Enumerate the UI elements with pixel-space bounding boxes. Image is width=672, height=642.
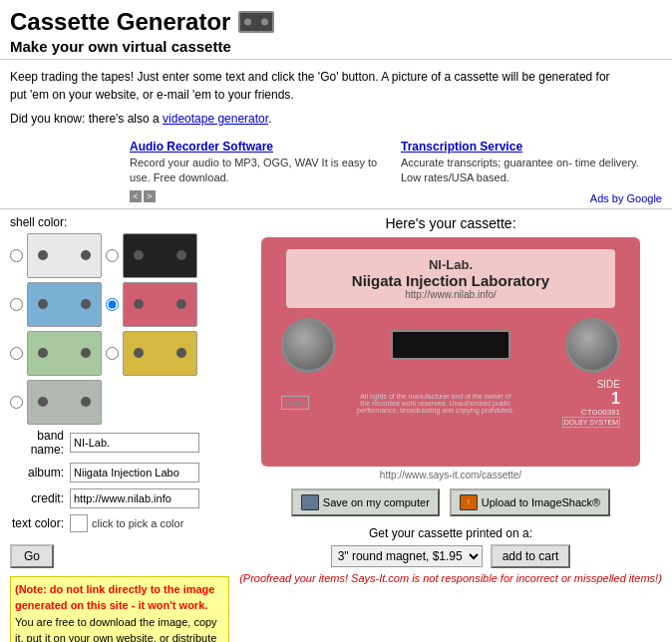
cassette-url: http://www.nilab.info/ — [298, 289, 603, 300]
floppy-icon — [301, 494, 319, 510]
radio-gray[interactable] — [10, 396, 23, 409]
cassette-title-text: Cassette Generator — [10, 8, 230, 36]
main-content: shell color: — [0, 209, 672, 642]
radio-yellow[interactable] — [106, 347, 119, 360]
cassette-says: says — [281, 396, 309, 410]
color-row-1 — [10, 233, 229, 278]
cassette-catalog: CTG00391 — [562, 408, 620, 417]
print-title: Get your cassette printed on a: — [239, 526, 662, 540]
go-button[interactable]: Go — [10, 544, 54, 568]
cassette-thumb-gray[interactable] — [27, 380, 102, 425]
credit-label: credit: — [10, 491, 70, 505]
band-label: band name: — [10, 429, 70, 457]
credit-row: credit: — [10, 488, 229, 508]
cassette-wheel-right — [565, 318, 620, 373]
radio-black[interactable] — [106, 249, 119, 262]
left-panel: shell color: — [10, 215, 229, 642]
note-bold: (Note: do not link directly to the image… — [15, 583, 214, 612]
color-row-4 — [10, 380, 229, 425]
cassette-wheel-left — [281, 318, 336, 373]
band-name-row: band name: — [10, 429, 229, 457]
cassette-icon — [238, 11, 274, 33]
right-panel: Here's your cassette: NI-Lab. Niigata In… — [229, 215, 662, 642]
radio-blue[interactable] — [10, 298, 23, 311]
radio-pink[interactable] — [106, 298, 119, 311]
upload-button[interactable]: ↑ Upload to ImageShack® — [450, 488, 610, 516]
cassette-label: NI-Lab. Niigata Injection Laboratory htt… — [286, 249, 615, 308]
cassette-bottom-info: says All rights of the manufacturer and … — [281, 379, 620, 428]
ad2-text: Accurate transcripts; guarantee on- time… — [401, 156, 652, 186]
cassette-thumb-pink[interactable] — [123, 282, 197, 327]
cassette-thumb-green[interactable] — [27, 331, 102, 376]
add-cart-button[interactable]: add to cart — [491, 544, 571, 568]
cassette-display: Here's your cassette: NI-Lab. Niigata In… — [239, 215, 662, 584]
cassette-footer-url: http://www.says-it.com/cassette/ — [239, 470, 662, 481]
cassette-visual: NI-Lab. Niigata Injection Laboratory htt… — [261, 237, 640, 467]
color-row-3 — [10, 331, 229, 376]
proofread-text: (Proofread your items! Says-It.com is no… — [239, 572, 662, 584]
album-input[interactable] — [70, 463, 199, 482]
print-select[interactable]: 3" round magnet, $1.95 — [331, 545, 483, 567]
shell-color-label: shell color: — [10, 215, 229, 229]
cassette-thumb-black[interactable] — [123, 233, 197, 278]
band-input[interactable] — [70, 433, 199, 453]
note-normal: You are free to download the image, copy… — [15, 616, 217, 642]
color-row-2 — [10, 282, 229, 327]
note-box: (Note: do not link directly to the image… — [10, 576, 229, 642]
color-picker-box[interactable] — [70, 514, 88, 532]
cassette-thumb-white[interactable] — [27, 233, 102, 278]
nav-arrows: < > — [130, 190, 381, 202]
cassette-brand: NI-Lab. — [298, 257, 603, 272]
upload-label: Upload to ImageShack® — [482, 496, 600, 508]
intro-text: Keep trading the tapes! Just enter some … — [10, 68, 662, 104]
cassette-fine-print: All rights of the manufacturer and of th… — [356, 393, 515, 414]
cassette-side-label: SIDE — [562, 379, 620, 390]
ads-by-google: Ads by Google — [590, 192, 662, 204]
save-button[interactable]: Save on my computer — [291, 488, 440, 516]
album-label: album: — [10, 466, 70, 480]
arrow-left[interactable]: < — [130, 190, 142, 202]
page-title: Cassette Generator — [10, 8, 662, 36]
cassette-wheels — [281, 318, 620, 373]
cassette-dolby: DOLBY SYSTEM — [562, 417, 620, 428]
videotape-link[interactable]: videotape generator — [163, 112, 268, 126]
page-subtitle: Make your own virtual cassette — [10, 38, 662, 55]
cassette-thumb-blue[interactable] — [27, 282, 102, 327]
cassette-thumb-yellow[interactable] — [123, 331, 197, 376]
intro-section: Keep trading the tapes! Just enter some … — [0, 60, 672, 136]
upload-icon: ↑ — [460, 494, 478, 510]
credit-input[interactable] — [70, 488, 199, 508]
save-label: Save on my computer — [323, 496, 430, 508]
cassette-tape-window — [391, 330, 510, 360]
header: Cassette Generator Make your own virtual… — [0, 0, 672, 60]
cassette-says-group: says — [281, 396, 309, 410]
ad1-link[interactable]: Audio Recorder Software — [130, 140, 273, 154]
album-row: album: — [10, 463, 229, 482]
arrow-right[interactable]: > — [144, 190, 156, 202]
cassette-display-title: Here's your cassette: — [239, 215, 662, 231]
ad-block-1: Audio Recorder Software Record your audi… — [120, 140, 391, 202]
print-section: Get your cassette printed on a: 3" round… — [239, 526, 662, 584]
cassette-side: SIDE 1 CTG00391 DOLBY SYSTEM — [562, 379, 620, 428]
text-color-label: text color: — [10, 516, 70, 530]
ad1-text: Record your audio to MP3, OGG, WAV It is… — [130, 156, 381, 186]
radio-white[interactable] — [10, 249, 23, 262]
radio-green[interactable] — [10, 347, 23, 360]
did-you-know: Did you know: there's also a videotape g… — [10, 110, 662, 128]
click-color-text[interactable]: click to pick a color — [92, 517, 183, 529]
print-controls: 3" round magnet, $1.95 add to cart — [239, 544, 662, 568]
cassette-title: Niigata Injection Laboratory — [298, 272, 603, 289]
ads-section: Audio Recorder Software Record your audi… — [0, 136, 672, 209]
action-buttons: Save on my computer ↑ Upload to ImageSha… — [239, 488, 662, 516]
cassette-side-number: 1 — [562, 390, 620, 408]
text-color-row: text color: click to pick a color — [10, 514, 229, 532]
ad2-link[interactable]: Transcription Service — [401, 140, 522, 154]
